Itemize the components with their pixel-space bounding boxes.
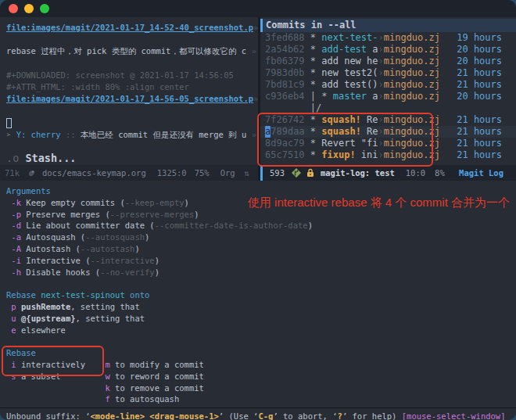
text-segment: to remove a commit [110, 382, 204, 394]
titlebar[interactable] [0, 0, 516, 17]
text-segment: --preserve-merges [110, 209, 194, 221]
text-segment: 3fed688 [265, 32, 305, 44]
text-segment: Preserve merges ( [21, 209, 110, 221]
spacer [440, 114, 457, 126]
transient-cmd[interactable]: p pushRemote, setting that [6, 301, 516, 313]
text-segment: --interactive [91, 255, 155, 267]
transient-arg[interactable]: -p Preserve merges (--preserve-merges) [6, 209, 516, 221]
text-segment: to modify a commit [110, 359, 204, 371]
text-segment: 65c7510 [265, 149, 305, 161]
text-segment: Y: cherry [16, 129, 61, 141]
text-segment: * [305, 79, 322, 91]
commit-row[interactable]: 2a54b62 * add-test a›mingduo.zj20 hours [260, 44, 516, 56]
text-segment: pushRemote [21, 301, 70, 313]
lock-icon [306, 168, 314, 178]
text-segment: Rebase [6, 347, 36, 359]
text-segment: › [378, 79, 384, 91]
text-segment: 8d9ac79 [265, 138, 305, 149]
file-type-icon [27, 169, 36, 178]
text-segment: -a [11, 232, 21, 243]
spacer [440, 91, 457, 102]
text-segment: * [305, 149, 322, 161]
text-segment: * [305, 67, 322, 79]
transient-arg[interactable]: -h Disable hooks (--no-verify) [6, 267, 516, 278]
transient-arg[interactable]: -a Autosquash (--autosquash) [6, 232, 516, 243]
magit-log-header[interactable]: Commits in --all [260, 19, 516, 32]
text-segment: , setting that [70, 301, 140, 313]
transient-arg[interactable]: -A Autostash (--autostash) [6, 243, 516, 255]
text-segment: next-test-spinout [41, 289, 124, 301]
text-segment: ) [155, 255, 159, 267]
text-segment: -d [11, 220, 21, 232]
text-segment: 21 hours [457, 67, 502, 79]
commit-row[interactable]: fb06379 * add new he›mingduo.zj20 hours [260, 56, 516, 67]
transient-cmd[interactable]: i interactively m to modify a commit [6, 359, 516, 371]
maximize-button[interactable] [40, 4, 49, 13]
blank-line [6, 34, 256, 45]
commit-row[interactable]: 8d9ac79 * Revert "fi›mingduo.zj21 hours [260, 138, 516, 149]
major-mode[interactable]: Magit Log [459, 168, 503, 178]
cursor-position: 1325:0 [157, 168, 187, 178]
text-segment: Re [361, 114, 378, 126]
spacer [440, 56, 457, 67]
echo-message: Unbound suffix: ‘<mode-line> <drag-mouse… [6, 411, 516, 420]
commit-row[interactable]: 7bd81c9 * add test()›mingduo.zj21 hours [260, 79, 516, 91]
left-modeline[interactable]: 71k docs/emacs-keymap.org 1325:0 75% Org… [0, 165, 258, 181]
commit-row[interactable]: c936eb4 | * master a›mingduo.zj20 hours [260, 91, 516, 102]
text-segment: Interactive ( [21, 255, 91, 267]
text-segment: Arguments [6, 185, 51, 197]
text-segment: 7983d0b [265, 67, 305, 79]
text-segment [6, 393, 105, 405]
org-link-line[interactable]: file:images/magit/2021-01-17_14-56-05_sc… [6, 93, 256, 105]
commit-row[interactable]: 7f26742 * squash! Re›mingduo.zj21 hours [260, 114, 516, 126]
transient-arg[interactable]: -k Keep empty commits (--keep-empty) [6, 197, 516, 209]
text-segment: Keep empty commits ( [21, 197, 125, 209]
transient-cmd[interactable]: k to remove a commit [6, 382, 516, 394]
text-segment: 21 hours [457, 138, 502, 149]
text-segment: › [378, 138, 384, 149]
commit-row[interactable]: 7983d0b * new test2(›mingduo.zj21 hours [260, 67, 516, 79]
org-buffer-window[interactable]: file:images/magit/2021-01-17_14-52-40_sc… [0, 17, 260, 181]
text-segment: 20 hours [457, 56, 502, 67]
text-segment: ’ for help) [342, 411, 402, 420]
text-segment: 21 hours [457, 126, 502, 138]
text-segment: a [265, 126, 271, 138]
text-segment: mingduo.zj [384, 91, 440, 102]
transient-arg[interactable]: -i Interactive (--interactive) [6, 255, 516, 267]
text-segment: Revert "fi [321, 138, 378, 149]
text-segment: --keep-empty [125, 197, 185, 209]
org-keyword-line: #+DOWNLOADED: screenshot @ 2021-01-17 14… [6, 70, 256, 81]
text-segment: mingduo.zj [384, 67, 440, 79]
transient-cmd[interactable]: e elsewhere [6, 325, 516, 336]
top-windows: file:images/magit/2021-01-17_14-52-40_sc… [0, 17, 516, 181]
spacer [440, 44, 457, 56]
transient-cmd[interactable]: f to autosquash [6, 393, 516, 405]
text-segment: * [305, 138, 322, 149]
text-segment: elsewhere [16, 325, 66, 336]
spacer [440, 32, 457, 44]
text-segment [61, 371, 106, 382]
major-mode[interactable]: Org [220, 168, 235, 178]
text-segment: @{upstream} [21, 313, 76, 325]
org-link-line[interactable]: file:images/magit/2021-01-17_14-52-40_sc… [6, 22, 256, 34]
right-modeline[interactable]: 593 magit-log: test 10:0 8% Magit Log [260, 165, 516, 181]
text-segment: › [378, 149, 384, 161]
close-button[interactable] [9, 4, 18, 13]
text-segment: ) [185, 197, 189, 209]
commit-row[interactable]: a789daa * squash! Re›mingduo.zj21 hours [260, 126, 516, 138]
text-segment: mingduo.zj [384, 79, 440, 91]
text-cursor [6, 118, 12, 128]
transient-cmd[interactable]: u @{upstream}, setting that [6, 313, 516, 325]
commit-row[interactable]: 3fed688 * next-test-›mingduo.zj19 hours [260, 32, 516, 44]
minimize-button[interactable] [24, 4, 34, 13]
transient-cmd[interactable]: s a subset w to reword a commit [6, 371, 516, 382]
commit-row[interactable]: 65c7510 * fixup! ini›mingduo.zj21 hours [260, 149, 516, 161]
text-segment: ) [308, 220, 313, 232]
transient-arg[interactable]: -d Lie about committer date (--committer… [6, 220, 516, 232]
cursor-position: 10:0 [406, 168, 425, 178]
text-segment: a [367, 91, 378, 102]
text-segment: * [305, 56, 322, 67]
magit-log-window[interactable]: Commits in --all 3fed688 * next-test-›mi… [260, 17, 516, 181]
text-segment: squash! [321, 114, 361, 126]
text-segment: › [378, 126, 384, 138]
